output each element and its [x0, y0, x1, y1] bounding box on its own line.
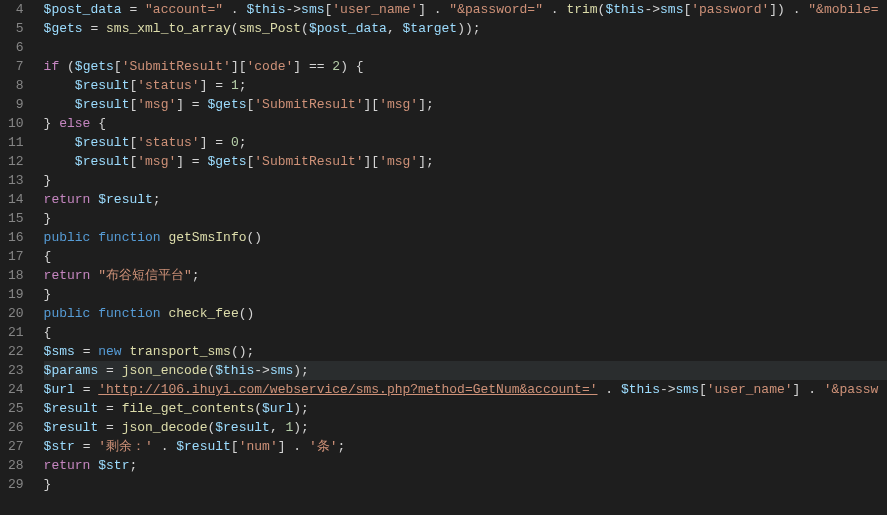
token: $url — [44, 382, 75, 397]
code-line[interactable]: { — [44, 323, 887, 342]
token: = — [98, 363, 121, 378]
token: '剩余：' — [98, 439, 153, 454]
token: ; — [239, 135, 247, 150]
token: } — [44, 211, 52, 226]
token: $post_data — [309, 21, 387, 36]
token: ][ — [231, 59, 247, 74]
token: (); — [231, 344, 254, 359]
token: new — [98, 344, 121, 359]
token: -> — [254, 363, 270, 378]
code-content[interactable]: $post_data = "account=" . $this->sms['us… — [36, 0, 887, 515]
line-number: 21 — [8, 323, 24, 342]
code-line[interactable]: } else { — [44, 114, 887, 133]
code-line[interactable]: $params = json_encode($this->sms); — [44, 361, 887, 380]
token: = — [75, 382, 98, 397]
token: -> — [644, 2, 660, 17]
code-line[interactable]: return "布谷短信平台"; — [44, 266, 887, 285]
line-number: 12 — [8, 152, 24, 171]
token: . — [543, 2, 566, 17]
token: = — [98, 401, 121, 416]
code-line[interactable]: $result['msg'] = $gets['SubmitResult']['… — [44, 95, 887, 114]
code-line[interactable]: $sms = new transport_sms(); — [44, 342, 887, 361]
line-number: 6 — [8, 38, 24, 57]
token: ] = — [176, 154, 207, 169]
token: } — [44, 116, 60, 131]
code-line[interactable]: public function getSmsInfo() — [44, 228, 887, 247]
line-number: 25 — [8, 399, 24, 418]
token: } — [44, 287, 52, 302]
token: . — [223, 2, 246, 17]
token: ] . — [793, 382, 824, 397]
code-line[interactable]: $result = json_decode($result, 1); — [44, 418, 887, 437]
token: ; — [153, 192, 161, 207]
code-line[interactable]: $result['status'] = 0; — [44, 133, 887, 152]
code-line[interactable]: return $str; — [44, 456, 887, 475]
line-number: 15 — [8, 209, 24, 228]
token: 'msg' — [379, 154, 418, 169]
token: ] . — [278, 439, 309, 454]
token: } — [44, 477, 52, 492]
line-number: 11 — [8, 133, 24, 152]
token: $result — [75, 154, 130, 169]
token: ; — [239, 78, 247, 93]
token: sms_xml_to_array — [106, 21, 231, 36]
token: $result — [75, 135, 130, 150]
token: ; — [192, 268, 200, 283]
line-number: 27 — [8, 437, 24, 456]
token: )); — [457, 21, 480, 36]
line-number: 16 — [8, 228, 24, 247]
code-line[interactable]: } — [44, 171, 887, 190]
token: json_encode — [122, 363, 208, 378]
code-editor[interactable]: 4567891011121314151617181920212223242526… — [0, 0, 887, 515]
token: ]) . — [769, 2, 808, 17]
token: . — [426, 2, 449, 17]
line-number: 29 — [8, 475, 24, 494]
token: function — [98, 230, 160, 245]
token: if — [44, 59, 60, 74]
token: $target — [403, 21, 458, 36]
code-line[interactable]: $result['msg'] = $gets['SubmitResult']['… — [44, 152, 887, 171]
token: $this — [215, 363, 254, 378]
token: trim — [566, 2, 597, 17]
code-line[interactable]: } — [44, 209, 887, 228]
token: $result — [44, 420, 99, 435]
token: "&mobile= — [808, 2, 878, 17]
token: { — [44, 325, 52, 340]
code-line[interactable]: $post_data = "account=" . $this->sms['us… — [44, 0, 887, 19]
token: ] = — [200, 78, 231, 93]
token: 'status' — [137, 78, 199, 93]
line-number: 8 — [8, 76, 24, 95]
token: ; — [129, 458, 137, 473]
token: '&passw — [824, 382, 879, 397]
token: ( — [231, 21, 239, 36]
code-line[interactable]: } — [44, 285, 887, 304]
code-line[interactable]: return $result; — [44, 190, 887, 209]
token: = — [83, 21, 106, 36]
token: $str — [44, 439, 75, 454]
code-line[interactable]: $result = file_get_contents($url); — [44, 399, 887, 418]
token: 1 — [231, 78, 239, 93]
code-line[interactable]: $url = 'http://106.ihuyi.com/webservice/… — [44, 380, 887, 399]
token: -> — [285, 2, 301, 17]
code-line[interactable]: { — [44, 247, 887, 266]
token: sms — [676, 382, 699, 397]
token: $this — [605, 2, 644, 17]
code-line[interactable]: } — [44, 475, 887, 494]
token: { — [44, 249, 52, 264]
token: ); — [293, 401, 309, 416]
token: $result — [215, 420, 270, 435]
code-line[interactable]: $str = '剩余：' . $result['num'] . '条'; — [44, 437, 887, 456]
token: $params — [44, 363, 99, 378]
token: json_decode — [122, 420, 208, 435]
token: ] — [418, 2, 426, 17]
code-line[interactable]: $gets = sms_xml_to_array(sms_Post($post_… — [44, 19, 887, 38]
token: $result — [75, 97, 130, 112]
token: () — [246, 230, 262, 245]
token: else — [59, 116, 90, 131]
token: sms — [301, 2, 324, 17]
code-line[interactable] — [44, 38, 887, 57]
token: transport_sms — [129, 344, 230, 359]
code-line[interactable]: public function check_fee() — [44, 304, 887, 323]
code-line[interactable]: if ($gets['SubmitResult']['code'] == 2) … — [44, 57, 887, 76]
code-line[interactable]: $result['status'] = 1; — [44, 76, 887, 95]
